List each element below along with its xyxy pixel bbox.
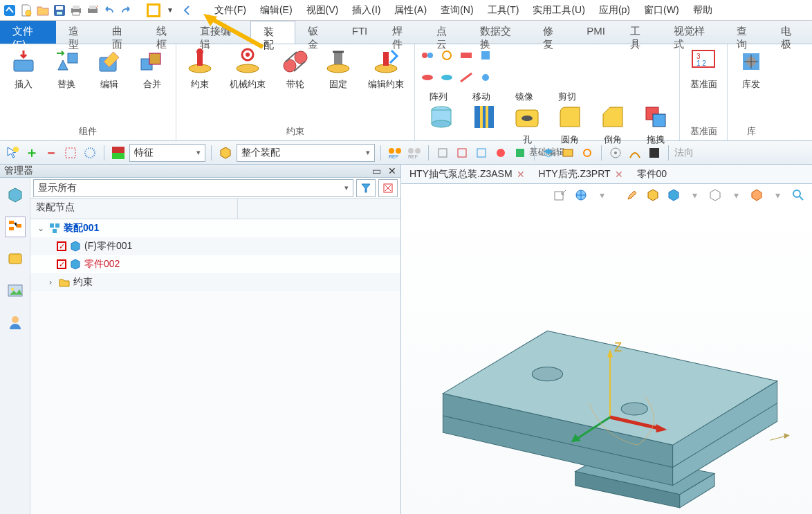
- insert-button[interactable]: 插入: [4, 47, 43, 90]
- tree-root[interactable]: ⌄ 装配001: [30, 219, 400, 237]
- ribbon-tab-sheetmetal[interactable]: 钣金: [295, 21, 339, 44]
- ribbon-tab-file[interactable]: 文件(F): [0, 21, 56, 44]
- vp-cube-blue-icon[interactable]: [665, 187, 682, 203]
- menu-help[interactable]: 帮助: [688, 3, 718, 18]
- vp-search-icon[interactable]: [790, 187, 806, 203]
- ribbon-tab-fti[interactable]: FTI: [340, 21, 380, 44]
- library-button[interactable]: 库发: [732, 47, 771, 90]
- ref-icon-2[interactable]: REF: [406, 145, 423, 161]
- vp-tab-2[interactable]: HTY后壳.Z3PRT ✕: [539, 168, 623, 181]
- menu-insert[interactable]: 插入(I): [347, 3, 386, 18]
- misc-icon-5[interactable]: [512, 145, 528, 161]
- small-tool-8[interactable]: [477, 69, 494, 86]
- stripe-tool-button[interactable]: [465, 102, 504, 134]
- ribbon-tab-exchange[interactable]: 数据交换: [468, 21, 530, 44]
- menu-attr[interactable]: 属性(A): [389, 3, 432, 18]
- vp-tab-3[interactable]: 零件00: [637, 168, 667, 181]
- ribbon-tab-repair[interactable]: 修复: [530, 21, 574, 44]
- cube-icon[interactable]: [217, 145, 234, 161]
- tree-constraints[interactable]: › 约束: [30, 273, 400, 291]
- ribbon-tab-pointcloud[interactable]: 点云: [424, 21, 468, 44]
- ribbon-tab-weld[interactable]: 焊件: [380, 21, 423, 44]
- layer-icon-2[interactable]: [560, 145, 576, 161]
- menu-query[interactable]: 查询(N): [435, 3, 479, 18]
- menu-view[interactable]: 视图(V): [301, 3, 344, 18]
- ribbon-tab-model[interactable]: 造型: [56, 21, 100, 44]
- print-preview-icon[interactable]: [86, 3, 100, 17]
- menu-window[interactable]: 窗口(W): [638, 3, 685, 18]
- marquee-dotted-icon[interactable]: [82, 145, 98, 161]
- cut-button[interactable]: 剪切: [548, 91, 587, 102]
- drag-button[interactable]: 拖拽: [636, 102, 675, 145]
- prev-icon[interactable]: [180, 3, 194, 17]
- ref-icon-1[interactable]: REF: [387, 145, 403, 161]
- vp-cube-gold-icon[interactable]: [645, 187, 661, 203]
- merge-button[interactable]: 合并: [133, 47, 172, 90]
- small-tool-5[interactable]: [419, 69, 436, 86]
- chamfer-button[interactable]: 倒角: [593, 102, 632, 145]
- edit-button[interactable]: 编辑: [90, 47, 129, 90]
- dropdown-icon[interactable]: ▼: [163, 3, 177, 17]
- target-icon[interactable]: [607, 145, 624, 161]
- side-cube-icon[interactable]: [5, 185, 26, 205]
- move-button[interactable]: 移动: [462, 91, 501, 102]
- vp-pencil-icon[interactable]: [624, 187, 640, 203]
- tree-part-1[interactable]: ✓ (F)零件001: [30, 237, 400, 255]
- misc-icon-2[interactable]: [454, 145, 470, 161]
- cylinder-tool-button[interactable]: [422, 102, 461, 134]
- hole-button[interactable]: 孔: [508, 102, 546, 145]
- expand-icon[interactable]: ›: [46, 277, 55, 287]
- small-tool-3[interactable]: [458, 47, 474, 64]
- side-part-icon[interactable]: [5, 248, 26, 269]
- curve-icon[interactable]: [627, 145, 643, 161]
- misc-icon-3[interactable]: [473, 145, 490, 161]
- small-tool-6[interactable]: [439, 69, 455, 86]
- ribbon-tab-tools2[interactable]: 工具: [618, 21, 661, 44]
- misc-icon-1[interactable]: [434, 145, 451, 161]
- ribbon-tab-wire[interactable]: 线框: [144, 21, 187, 44]
- redo-icon[interactable]: [119, 3, 133, 17]
- edit-constraint-button[interactable]: 编辑约束: [362, 47, 410, 90]
- color-swatch-icon[interactable]: [110, 145, 127, 161]
- side-tree-icon[interactable]: [5, 217, 26, 237]
- small-tool-4[interactable]: [477, 47, 494, 64]
- ribbon-tab-electrode[interactable]: 电极: [768, 21, 812, 44]
- ribbon-tab-surface[interactable]: 曲面: [100, 21, 143, 44]
- viewport-canvas[interactable]: Z: [401, 206, 812, 514]
- ribbon-tab-query[interactable]: 查询: [724, 21, 768, 44]
- replace-button[interactable]: 替换: [47, 47, 86, 90]
- marquee-dashed-icon[interactable]: [62, 145, 79, 161]
- vp-world-icon[interactable]: [573, 187, 589, 203]
- mirror-button[interactable]: 镜像: [505, 91, 544, 102]
- side-image-icon[interactable]: [5, 280, 26, 301]
- filter-funnel-icon[interactable]: [356, 179, 376, 197]
- checkbox-icon[interactable]: ✓: [57, 259, 66, 269]
- display-filter-combo[interactable]: 显示所有: [33, 179, 353, 197]
- datum-plane-button[interactable]: 31 2 基准面: [684, 47, 723, 90]
- fix-button[interactable]: 固定: [319, 47, 358, 90]
- new-file-icon[interactable]: [19, 3, 33, 17]
- layer-icon-1[interactable]: [540, 145, 557, 161]
- tab-close-icon[interactable]: ✕: [615, 169, 623, 180]
- panel-close-icon[interactable]: ✕: [388, 165, 396, 176]
- minus-icon[interactable]: －: [43, 145, 59, 161]
- fillet-button[interactable]: 圆角: [551, 102, 589, 145]
- feature-filter-combo[interactable]: 特征: [129, 144, 205, 162]
- tab-close-icon[interactable]: ✕: [517, 169, 525, 180]
- small-tool-7[interactable]: [458, 69, 474, 86]
- side-user-icon[interactable]: [5, 312, 26, 333]
- menu-tools[interactable]: 工具(T): [482, 3, 525, 18]
- undo-icon[interactable]: [102, 3, 116, 17]
- small-tool-1[interactable]: [419, 47, 436, 64]
- menu-util[interactable]: 实用工具(U): [527, 3, 590, 18]
- ribbon-tab-pmi[interactable]: PMI: [574, 21, 618, 44]
- print-icon[interactable]: [69, 3, 83, 17]
- pulley-button[interactable]: 带轮: [276, 47, 315, 90]
- assembly-tree[interactable]: ⌄ 装配001 ✓ (F)零件001 ✓ 零件002: [30, 219, 400, 514]
- save-icon[interactable]: [53, 3, 66, 17]
- menu-app[interactable]: 应用(p): [593, 3, 636, 18]
- gear-small-icon[interactable]: [579, 145, 596, 161]
- select-arrow-icon[interactable]: [4, 145, 21, 161]
- assembly-scope-combo[interactable]: 整个装配: [237, 144, 375, 162]
- filter-clear-icon[interactable]: [378, 179, 398, 197]
